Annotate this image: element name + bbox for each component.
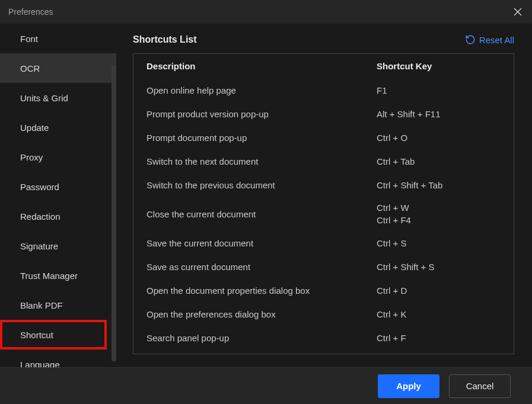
- shortcut-key: Ctrl + Tab: [377, 155, 501, 168]
- shortcut-key: Ctrl + W Ctrl + F4: [377, 201, 501, 226]
- table-row[interactable]: Prompt document pop-upCtrl + O: [146, 126, 501, 149]
- dialog-footer: Apply Cancel: [0, 367, 532, 404]
- sidebar-item-language[interactable]: Language: [0, 350, 116, 367]
- table-row[interactable]: Open online help pageF1: [146, 78, 501, 102]
- sidebar-item-proxy[interactable]: Proxy: [0, 142, 116, 172]
- close-button[interactable]: [512, 6, 524, 18]
- table-row[interactable]: Prompt product version pop-upAlt + Shift…: [146, 102, 501, 126]
- sidebar-item-label: Proxy: [20, 152, 43, 162]
- window-title: Preferences: [8, 7, 53, 17]
- main-panel: Shortcuts List Reset All Description Sho…: [116, 24, 532, 367]
- table-row[interactable]: Open the document properties dialog boxC…: [146, 278, 501, 302]
- shortcut-description: Save as current document: [146, 262, 377, 272]
- sidebar-item-label: Redaction: [20, 211, 60, 222]
- shortcut-key: Ctrl + S: [377, 237, 501, 249]
- sidebar-item-font[interactable]: Font: [0, 24, 116, 53]
- table-header: Description Shortcut Key: [133, 54, 514, 78]
- sidebar-item-label: Update: [20, 123, 49, 133]
- sidebar-item-blank-pdf[interactable]: Blank PDF: [0, 290, 116, 320]
- sidebar-item-password[interactable]: Password: [0, 172, 116, 201]
- table-row[interactable]: Save the current documentCtrl + S: [146, 231, 501, 255]
- sidebar-item-units-grid[interactable]: Units & Grid: [0, 83, 116, 113]
- cancel-button[interactable]: Cancel: [449, 374, 511, 398]
- shortcut-description: Prompt document pop-up: [146, 133, 377, 143]
- shortcut-key: F1: [377, 84, 501, 97]
- col-header-shortcut: Shortcut Key: [377, 61, 501, 71]
- shortcut-key: Ctrl + D: [377, 284, 501, 297]
- sidebar-item-signature[interactable]: Signature: [0, 231, 116, 261]
- sidebar-scrollbar[interactable]: [110, 47, 116, 367]
- table-row[interactable]: Switch to the previous documentCtrl + Sh…: [146, 173, 501, 197]
- titlebar: Preferences: [0, 0, 532, 24]
- sidebar-item-label: Blank PDF: [20, 300, 63, 310]
- shortcuts-table: Description Shortcut Key Open online hel…: [133, 53, 514, 354]
- sidebar-item-label: Shortcut: [20, 330, 53, 340]
- sidebar-item-label: Language: [20, 360, 60, 368]
- shortcut-description: Open the preferences dialog box: [146, 309, 377, 319]
- reset-all-label: Reset All: [479, 35, 514, 45]
- sidebar-item-label: Signature: [20, 241, 58, 251]
- reset-icon: [465, 34, 476, 45]
- sidebar-item-ocr[interactable]: OCR: [0, 53, 116, 83]
- shortcut-description: Search panel pop-up: [146, 333, 377, 343]
- shortcut-description: Open online help page: [146, 85, 377, 95]
- shortcut-description: Close the current document: [146, 209, 377, 219]
- shortcut-key: Ctrl + F: [377, 332, 501, 344]
- col-header-description: Description: [146, 61, 377, 71]
- sidebar-item-shortcut[interactable]: Shortcut: [0, 320, 107, 350]
- sidebar-scrollbar-thumb[interactable]: [112, 65, 116, 361]
- shortcut-description: Prompt product version pop-up: [146, 109, 377, 119]
- sidebar-item-label: Trust Manager: [20, 271, 78, 281]
- table-row[interactable]: Open the preferences dialog boxCtrl + K: [146, 302, 501, 326]
- table-row[interactable]: Search panel pop-upCtrl + F: [146, 326, 501, 350]
- apply-button[interactable]: Apply: [378, 374, 439, 398]
- shortcut-key: Ctrl + K: [377, 308, 501, 320]
- table-row[interactable]: Save as current documentCtrl + Shift + S: [146, 255, 501, 278]
- shortcut-key: Ctrl + Shift + Tab: [377, 179, 501, 191]
- table-row[interactable]: Switch to the next documentCtrl + Tab: [146, 149, 501, 173]
- sidebar-item-update[interactable]: Update: [0, 113, 116, 142]
- shortcut-key: Ctrl + O: [377, 132, 501, 144]
- reset-all-button[interactable]: Reset All: [465, 34, 514, 45]
- shortcut-description: Switch to the previous document: [146, 180, 377, 190]
- sidebar-item-label: OCR: [20, 63, 40, 73]
- table-row[interactable]: Pop up the advanced search panelCtrl + S…: [146, 350, 501, 354]
- sidebar-item-label: Units & Grid: [20, 93, 68, 103]
- sidebar-item-label: Font: [20, 34, 38, 44]
- table-row[interactable]: Close the current documentCtrl + W Ctrl …: [146, 197, 501, 231]
- sidebar-item-redaction[interactable]: Redaction: [0, 201, 116, 231]
- shortcut-description: Save the current document: [146, 238, 377, 248]
- shortcut-description: Open the document properties dialog box: [146, 286, 377, 296]
- sidebar-item-label: Password: [20, 182, 59, 192]
- close-icon: [514, 8, 522, 16]
- panel-title: Shortcuts List: [133, 34, 197, 45]
- shortcut-key: Ctrl + Shift + S: [377, 261, 501, 273]
- shortcut-key: Alt + Shift + F11: [377, 108, 501, 120]
- shortcut-description: Switch to the next document: [146, 156, 377, 166]
- sidebar-item-trust-manager[interactable]: Trust Manager: [0, 261, 116, 290]
- sidebar: FontOCRUnits & GridUpdateProxyPasswordRe…: [0, 24, 116, 367]
